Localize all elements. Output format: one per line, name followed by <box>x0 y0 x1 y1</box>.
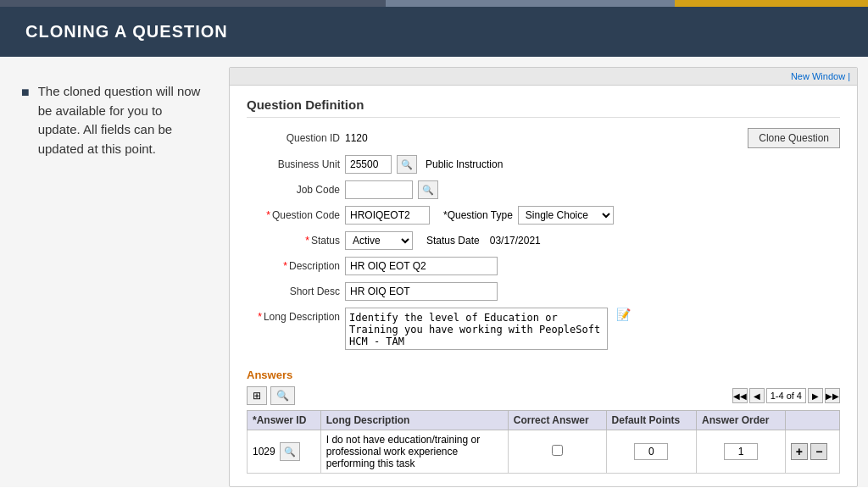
question-code-row: Question Code *Question Type Single Choi… <box>247 206 840 225</box>
correct-answer-checkbox[interactable] <box>552 445 563 456</box>
last-page-button[interactable]: ▶▶ <box>825 388 840 403</box>
answer-id-cell: 1029 🔍 <box>248 430 321 474</box>
question-id-row: Question ID 1120 Clone Question <box>247 128 840 148</box>
pagination: ◀◀ ◀ 1-4 of 4 ▶ ▶▶ <box>732 388 840 403</box>
long-desc-label: Long Description <box>247 311 340 323</box>
page-title: CLONING A QUESTION <box>25 22 228 41</box>
col-correct-answer: Correct Answer <box>508 411 606 430</box>
description-label: Description <box>247 260 340 272</box>
answers-grid-button[interactable]: ⊞ <box>247 386 267 405</box>
description-input[interactable] <box>345 257 498 275</box>
short-desc-label: Short Desc <box>247 286 340 297</box>
new-window-bar: New Window | <box>230 68 857 86</box>
new-window-link[interactable]: New Window | <box>791 71 850 81</box>
default-points-cell <box>606 430 696 474</box>
status-date-value: 03/17/2021 <box>490 235 541 247</box>
business-unit-search-button[interactable]: 🔍 <box>397 155 417 174</box>
long-desc-edit-icon[interactable]: 📝 <box>616 308 631 321</box>
description-row: Description <box>247 257 840 275</box>
status-select[interactable]: Active Inactive <box>345 231 413 250</box>
question-code-label: Question Code <box>247 209 340 221</box>
short-desc-row: Short Desc <box>247 282 840 301</box>
long-desc-cell: I do not have education/training orprofe… <box>320 430 508 474</box>
answers-search-button[interactable]: 🔍 <box>270 386 295 405</box>
question-code-input[interactable] <box>345 206 430 225</box>
business-unit-row: Business Unit 🔍 Public Instruction <box>247 155 840 174</box>
job-code-label: Job Code <box>247 184 340 196</box>
business-unit-description: Public Instruction <box>426 158 503 170</box>
answers-section: Answers ⊞ 🔍 ◀◀ ◀ 1-4 of 4 ▶ ▶▶ *Answer I… <box>230 369 857 482</box>
bar-dark <box>0 0 386 7</box>
answer-order-input[interactable] <box>724 443 758 460</box>
col-answer-id: *Answer ID <box>248 411 321 430</box>
question-definition-section: Question Definition Question ID 1120 Clo… <box>230 86 857 369</box>
page-header: CLONING A QUESTION <box>0 7 868 57</box>
correct-answer-cell <box>508 430 606 474</box>
business-unit-input[interactable] <box>345 155 392 174</box>
col-default-points: Default Points <box>606 411 696 430</box>
bar-mid <box>386 0 675 7</box>
status-row: Status Active Inactive Status Date 03/17… <box>247 231 840 250</box>
question-type-select[interactable]: Single Choice Multiple Choice Text <box>518 206 614 225</box>
bar-gold <box>675 0 868 7</box>
right-panel: New Window | Question Definition Questio… <box>229 67 858 487</box>
main-content: ■ The cloned question will now be availa… <box>0 57 868 487</box>
default-points-input[interactable] <box>634 443 668 460</box>
clone-question-button[interactable]: Clone Question <box>748 128 840 148</box>
answers-toolbar: ⊞ 🔍 ◀◀ ◀ 1-4 of 4 ▶ ▶▶ <box>247 386 840 405</box>
job-code-search-button[interactable]: 🔍 <box>418 180 438 199</box>
instruction-text: The cloned question will now be availabl… <box>38 82 208 158</box>
prev-page-button[interactable]: ◀ <box>749 388 765 403</box>
bullet-icon: ■ <box>21 85 30 100</box>
add-row-button[interactable]: + <box>791 443 808 460</box>
question-id-value: 1120 <box>345 132 368 144</box>
section-title: Question Definition <box>247 97 840 118</box>
answer-id-value: 1029 <box>253 446 275 458</box>
short-desc-input[interactable] <box>345 282 498 301</box>
job-code-row: Job Code 🔍 <box>247 180 840 199</box>
answer-long-desc: I do not have education/training orprofe… <box>326 434 480 469</box>
first-page-button[interactable]: ◀◀ <box>732 388 748 403</box>
left-panel: ■ The cloned question will now be availa… <box>0 57 229 487</box>
next-page-button[interactable]: ▶ <box>808 388 823 403</box>
long-desc-textarea[interactable]: Identify the level of Education or Train… <box>345 308 608 350</box>
answer-order-cell <box>697 430 786 474</box>
answer-id-search-button[interactable]: 🔍 <box>280 442 300 461</box>
action-buttons-cell: + − <box>785 430 839 474</box>
table-row: 1029 🔍 I do not have education/training … <box>248 430 840 474</box>
status-label: Status <box>247 235 340 247</box>
page-info: 1-4 of 4 <box>766 388 806 403</box>
col-long-desc: Long Description <box>320 411 508 430</box>
answers-table: *Answer ID Long Description Correct Answ… <box>247 410 840 474</box>
top-color-bars <box>0 0 868 7</box>
long-desc-row: Long Description Identify the level of E… <box>247 308 840 350</box>
question-type-label: *Question Type <box>443 209 513 221</box>
question-id-label: Question ID <box>247 132 340 144</box>
col-actions <box>785 411 839 430</box>
status-date-label: Status Date <box>426 235 480 247</box>
col-answer-order: Answer Order <box>697 411 786 430</box>
answers-title: Answers <box>247 369 840 381</box>
remove-row-button[interactable]: − <box>810 443 827 460</box>
business-unit-label: Business Unit <box>247 158 340 170</box>
job-code-input[interactable] <box>345 180 413 199</box>
